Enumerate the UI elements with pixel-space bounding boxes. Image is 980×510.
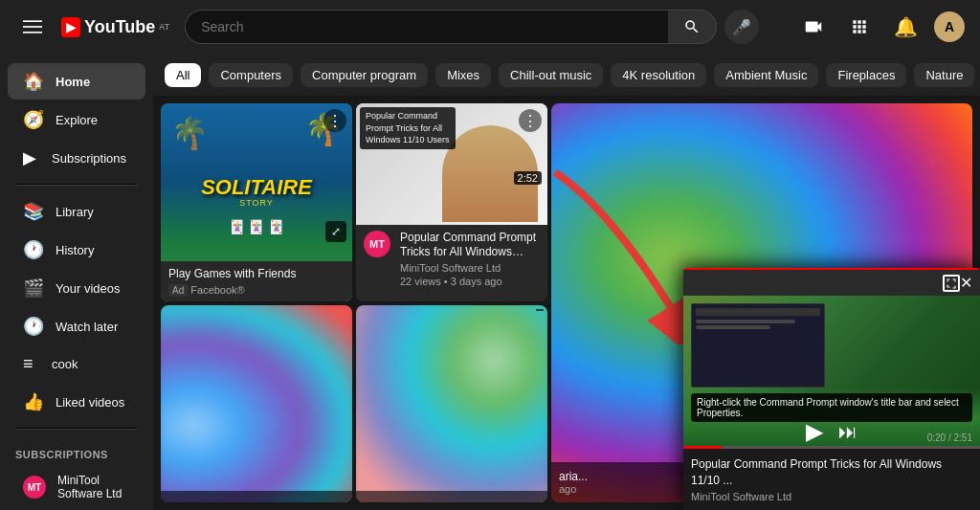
your-videos-icon: 🎬 [23,277,44,299]
search-input[interactable] [185,10,668,44]
solitaire-logo: SOLITAIRE [201,177,312,198]
search-button[interactable] [668,10,717,44]
cmd-title: Popular Command Prompt Tricks for All Wi… [400,231,540,260]
notifications-button[interactable]: 🔔 [888,10,923,44]
sidebar-item-minitool[interactable]: MT MiniTool Software Ltd [8,466,145,508]
main-layout: 🏠 Home 🧭 Explore ▶ Subscriptions 📚 Libra… [0,54,980,510]
sidebar-item-cook[interactable]: ≡ cook [8,346,145,382]
chip-fireplaces[interactable]: Fireplaces [826,63,906,87]
sidebar-item-watch-later[interactable]: 🕐 Watch later [8,308,145,344]
mini-progress-fill [683,446,722,449]
svg-rect-1 [23,26,42,28]
history-icon: 🕐 [23,239,44,260]
library-icon: 📚 [23,201,44,222]
header-right: 🔔 A [796,10,965,44]
sidebar-label-watch-later: Watch later [56,320,118,334]
mini-next-button[interactable]: ⏭ [838,421,858,443]
mini-player-title: Popular Command Prompt Tricks for All Wi… [691,456,972,489]
sidebar-label-explore: Explore [56,113,98,127]
video-card-abstract1[interactable] [161,305,352,503]
youtube-region: AT [159,22,169,32]
sidebar-label-history: History [56,243,94,257]
solitaire-sub: STORY [201,198,312,208]
cmd-more-button[interactable]: ⋮ [519,109,542,132]
svg-rect-2 [23,32,42,33]
svg-rect-0 [23,20,42,22]
sidebar-label-your-videos: Your videos [56,281,120,296]
abstract1-bg [161,305,352,503]
solitaire-title: Play Games with Friends [168,267,345,282]
mini-progress-bar[interactable] [683,446,980,449]
avatar[interactable]: A [934,11,965,42]
abstract2-duration [536,309,544,311]
sidebar-label-subscriptions: Subscriptions [52,151,126,166]
subscriptions-section-title: SUBSCRIPTIONS [0,437,153,464]
sidebar-item-explore[interactable]: 🧭 Explore [8,101,145,138]
header: ▶ YouTube AT 🎤 🔔 A [0,0,980,54]
cmd-stats: 22 views • 3 days ago [400,276,540,287]
header-left: ▶ YouTube AT [15,10,169,44]
cmd-text-overlay: Popular CommandPrompt Tricks for AllWind… [360,107,456,149]
subscriptions-icon: ▶ [23,147,40,168]
solitaire-meta: Ad Facebook® [168,284,345,296]
mini-player-header: ✕ [683,270,980,296]
chip-computers[interactable]: Computers [209,63,293,87]
cmd-channel-avatar: MT [364,231,390,257]
minitool-label: MiniTool Software Ltd [57,474,130,500]
chip-ambient[interactable]: Ambient Music [714,63,818,87]
chip-computer-program[interactable]: Computer program [301,63,428,87]
mic-button[interactable]: 🎤 [724,10,759,44]
solitaire-info: Play Games with Friends Ad Facebook® [161,261,352,301]
video-card-abstract2[interactable] [356,305,547,503]
mini-time: 0:20 / 2:51 [927,432,972,443]
create-button[interactable] [796,10,831,44]
chip-chillout[interactable]: Chill-out music [499,63,603,87]
apps-button[interactable] [842,10,877,44]
liked-icon: 👍 [23,391,44,412]
chip-4k[interactable]: 4K resolution [611,63,706,87]
video-card-cmd[interactable]: Popular CommandPrompt Tricks for AllWind… [356,103,547,301]
watch-later-icon: 🕐 [23,316,44,337]
filter-bar: All Computers Computer program Mixes Chi… [153,54,980,96]
chip-nature[interactable]: Nature [914,63,974,87]
sidebar-label-home: Home [56,75,90,89]
explore-icon: 🧭 [23,109,44,130]
abstract2-info [356,491,547,502]
youtube-logo[interactable]: ▶ YouTube AT [61,17,169,37]
sidebar-label-liked: Liked videos [56,395,124,410]
cook-icon: ≡ [23,354,40,374]
sidebar-label-library: Library [56,205,94,219]
chip-all[interactable]: All [165,63,201,87]
sidebar-item-home[interactable]: 🏠 Home [8,63,145,100]
mini-player-video: Right-click the Command Prompt window's … [683,296,980,449]
abstract1-info [161,491,352,502]
sidebar-item-subscriptions[interactable]: ▶ Subscriptions [8,140,145,176]
mini-play-button[interactable]: ▶ [806,418,823,445]
cmd-text: Popular Command Prompt Tricks for All Wi… [400,231,540,287]
sidebar-label-cook: cook [52,357,78,371]
mini-player-close-button[interactable]: ✕ [960,274,972,292]
search-bar: 🎤 [185,10,759,44]
sidebar-item-library[interactable]: 📚 Library [8,193,145,230]
solitaire-more-button[interactable]: ⋮ [323,109,346,132]
video-card-solitaire[interactable]: 🌴 🌴 SOLITAIRE STORY 🃏 🃏 🃏 ⤢ Play Games w… [161,103,352,301]
expand-button[interactable]: ⤢ [325,221,346,242]
minitool-avatar: MT [23,476,46,499]
abstract2-bg [356,305,547,503]
sidebar-item-liked[interactable]: 👍 Liked videos [8,384,145,420]
home-icon: 🏠 [23,71,44,92]
yt-play-icon: ▶ [61,17,80,37]
sidebar: 🏠 Home 🧭 Explore ▶ Subscriptions 📚 Libra… [0,54,153,510]
sidebar-item-your-videos[interactable]: 🎬 Your videos [8,270,145,306]
sidebar-item-history[interactable]: 🕐 History [8,232,145,268]
cmd-channel: MiniTool Software Ltd [400,262,540,274]
youtube-wordmark: YouTube [84,17,155,37]
mini-player: ✕ Right-click the Command P [683,268,980,510]
mini-player-info: Popular Command Prompt Tricks for All Wi… [683,449,980,510]
ad-label: Ad [168,284,188,297]
mini-player-channel: MiniTool Software Ltd [691,491,972,502]
chip-mixes[interactable]: Mixes [435,63,491,87]
mini-player-expand-button[interactable] [943,275,960,292]
cmd-duration: 2:52 [514,171,542,185]
hamburger-button[interactable] [15,10,50,44]
